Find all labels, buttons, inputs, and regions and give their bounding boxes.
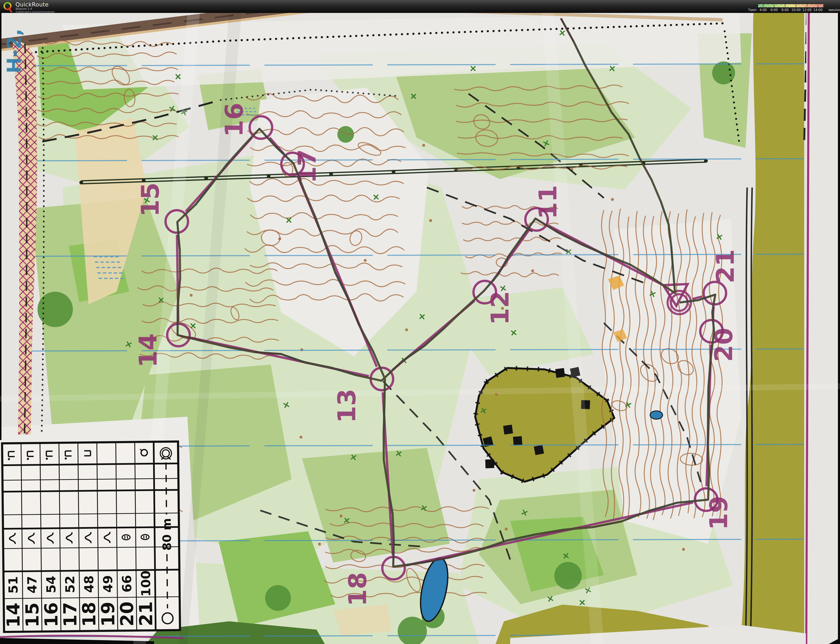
cd-control-number: 16: [41, 602, 62, 628]
pace-gradient-bar: [758, 4, 824, 8]
control-number-17: 17: [293, 149, 321, 183]
pace-tick-label: 8:00: [781, 8, 789, 12]
control-number-18: 18: [343, 572, 372, 606]
map-canvas[interactable]: 1112131415161718192021H-2,14511547165417…: [0, 0, 840, 644]
cd-control-code: 66: [120, 575, 134, 593]
cd-control-number: 19: [97, 601, 118, 627]
quickroute-logo-icon: [3, 1, 13, 13]
cd-control-code: 54: [44, 576, 59, 593]
cd-control-code: 51: [6, 576, 21, 593]
pace-tick-label: 14:00: [813, 8, 823, 12]
pace-legend-title: Темп: [748, 8, 757, 12]
cd-control-number: 14: [3, 603, 24, 628]
cd-control-code: 49: [101, 575, 115, 593]
pace-tick-label: 12:00: [802, 8, 812, 12]
control-number-15: 15: [136, 182, 164, 217]
cd-control-code: 48: [82, 575, 97, 593]
control-number-11: 11: [534, 185, 562, 219]
app-title: QuickRoute: [15, 1, 49, 8]
pace-tick-label: 6:00: [770, 8, 778, 12]
app-site-url: matstroeng.se/quickroute/en: [16, 10, 55, 13]
control-description-sheet: 14511547165417521848194920662110080 m: [1, 442, 180, 632]
pace-tick-label: 4:00: [760, 8, 767, 12]
cd-control-code: 52: [63, 576, 77, 593]
quickroute-window: 1112131415161718192021H-2,14511547165417…: [0, 0, 840, 644]
control-number-21: 21: [711, 249, 740, 283]
orienteering-map[interactable]: 1112131415161718192021H-2,14511547165417…: [0, 0, 840, 644]
map-sheet-label: H-2,: [3, 29, 25, 73]
control-number-14: 14: [134, 334, 162, 368]
cd-finish-distance: 80 m: [160, 518, 174, 551]
cd-control-number: 18: [79, 602, 100, 627]
control-number-16: 16: [220, 103, 249, 137]
cd-control-code: 100: [138, 570, 153, 597]
app-version: Версия 2.4: [16, 7, 32, 10]
control-number-12: 12: [486, 291, 514, 325]
cd-control-number: 21: [135, 601, 156, 626]
cd-control-code: 47: [25, 576, 39, 593]
cd-control-number: 20: [116, 601, 138, 626]
cd-control-number: 17: [59, 602, 80, 627]
control-number-13: 13: [332, 389, 361, 423]
titlebar: QuickRoute Версия 2.4 matstroeng.se/quic…: [0, 0, 840, 13]
cd-control-number: 15: [22, 602, 43, 628]
control-number-19: 19: [704, 496, 733, 530]
pace-tick-label: 10:00: [791, 8, 801, 12]
pace-legend: Темп 4:006:008:0010:0012:0014:00 мин/км: [743, 0, 840, 13]
pace-legend-unit: мин/км: [829, 8, 840, 12]
